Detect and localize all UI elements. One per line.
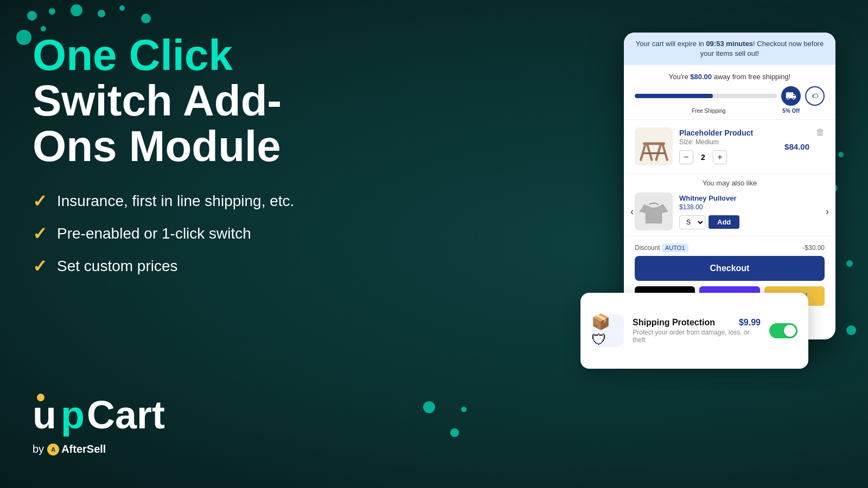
check-icon-1: ✓ — [33, 191, 47, 211]
upsell-add-button[interactable]: Add — [709, 215, 739, 229]
item-price: $84.00 — [784, 142, 809, 151]
upsell-prev-button[interactable]: ‹ — [630, 206, 634, 217]
aftersell-brand: A AfterSell — [47, 443, 106, 455]
upsell-size-select[interactable]: S M L — [679, 215, 705, 229]
check-icon-3: ✓ — [33, 256, 47, 277]
features-list: ✓ Insurance, first in line shipping, etc… — [33, 191, 412, 277]
feature-text-2: Pre-enabled or 1-click switch — [57, 225, 251, 242]
checkout-button[interactable]: Checkout — [635, 256, 825, 281]
headline: One Click Switch Add- Ons Module — [33, 33, 412, 169]
item-quantity: 2 — [698, 153, 709, 162]
free-shipping-label: Free Shipping — [635, 108, 782, 114]
discount-label: 5% Off — [782, 108, 800, 114]
item-name: Placeholder Product — [679, 129, 778, 137]
shipping-text: You're $80.00 away from free shipping! — [635, 73, 825, 81]
discount-icon: 🏷 — [805, 86, 825, 106]
headline-line3: Ons Module — [33, 122, 281, 170]
timer-value: 09:53 minutes — [706, 40, 753, 48]
upsell-image — [635, 192, 673, 230]
aftersell-icon: A — [47, 444, 59, 455]
discount-code-badge: AUTO1 — [662, 243, 688, 252]
upsell-controls: S M L Add — [679, 215, 825, 229]
logo-byline: by A AfterSell — [33, 443, 174, 455]
feature-text-1: Insurance, first in line shipping, etc. — [57, 192, 294, 210]
furniture-svg — [636, 129, 672, 164]
svg-text:Cart: Cart — [87, 393, 165, 436]
logo-area: u p Cart by A AfterSell — [33, 393, 174, 455]
byline-by: by — [33, 443, 44, 455]
protection-icon: 📦🛡 — [591, 314, 624, 347]
protection-name: Shipping Protection — [633, 318, 715, 328]
timer-prefix: Your cart will expire in — [636, 40, 706, 48]
feature-item-3: ✓ Set custom prices — [33, 256, 412, 277]
progress-bar-container: 🏷 — [635, 86, 825, 106]
upsell-details: Whitney Pullover $138.00 S M L Add — [679, 194, 825, 229]
svg-point-1 — [37, 394, 44, 401]
svg-text:p: p — [61, 393, 85, 436]
delete-item-button[interactable]: 🗑 — [816, 127, 825, 137]
upsell-name: Whitney Pullover — [679, 194, 825, 202]
item-image — [635, 127, 673, 165]
discount-label-text: Discount AUTO1 — [635, 244, 688, 252]
discount-amount: -$30.00 — [802, 244, 825, 252]
item-size: Size: Medium — [679, 138, 778, 146]
protection-description: Protect your order from damage, loss, or… — [633, 329, 761, 344]
feature-text-3: Set custom prices — [57, 258, 178, 275]
discount-row: Discount AUTO1 -$30.00 — [635, 242, 825, 252]
free-shipping-icon — [781, 86, 801, 106]
upsell-section: You may also like ‹ Whitney Pullover $13… — [624, 174, 835, 236]
shipping-amount: $80.00 — [690, 73, 712, 81]
headline-line2: Switch Add- — [33, 76, 282, 125]
protection-details: Shipping Protection $9.99 Protect your o… — [633, 318, 761, 344]
upsell-title: You may also like — [635, 179, 825, 187]
protection-price: $9.99 — [739, 318, 761, 328]
progress-track — [635, 94, 777, 98]
shipping-protection-card: 📦🛡 Shipping Protection $9.99 Protect you… — [580, 293, 808, 369]
shipping-section: You're $80.00 away from free shipping! 🏷… — [624, 65, 835, 120]
increase-qty-button[interactable]: + — [713, 150, 727, 164]
feature-item-2: ✓ Pre-enabled or 1-click switch — [33, 223, 412, 244]
upsell-price: $138.00 — [679, 203, 825, 211]
logo-text: u p Cart — [33, 393, 174, 442]
headline-line1: One Click — [33, 31, 233, 79]
check-icon-2: ✓ — [33, 223, 47, 244]
item-controls: − 2 + — [679, 150, 778, 164]
timer-bar: Your cart will expire in 09:53 minutes! … — [624, 33, 835, 65]
upsell-next-button[interactable]: › — [826, 206, 829, 217]
svg-rect-4 — [643, 142, 665, 145]
logo-svg: u p Cart — [33, 393, 174, 436]
shipping-prefix: You're — [669, 73, 691, 81]
item-details: Placeholder Product Size: Medium − 2 + — [679, 129, 778, 164]
upsell-item: ‹ Whitney Pullover $138.00 S M L Add — [635, 192, 825, 230]
left-panel: One Click Switch Add- Ons Module ✓ Insur… — [33, 33, 412, 277]
sweater-svg — [637, 195, 670, 228]
aftersell-text: AfterSell — [61, 443, 106, 455]
decrease-qty-button[interactable]: − — [679, 150, 693, 164]
protection-toggle[interactable] — [769, 323, 797, 338]
cart-item: Placeholder Product Size: Medium − 2 + $… — [624, 120, 835, 174]
svg-text:u: u — [33, 393, 56, 436]
shipping-suffix: away from free shipping! — [712, 73, 790, 81]
progress-fill — [635, 94, 713, 98]
feature-item-1: ✓ Insurance, first in line shipping, etc… — [33, 191, 412, 211]
toggle-knob — [784, 325, 796, 337]
